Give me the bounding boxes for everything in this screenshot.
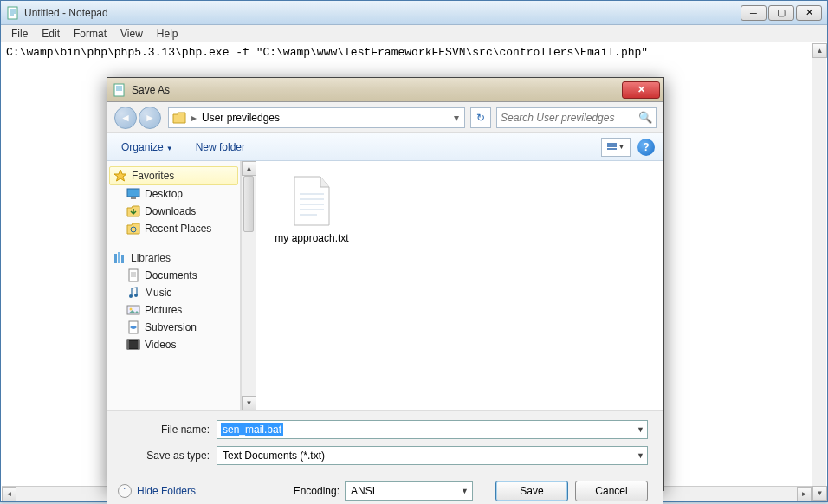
svg-rect-14: [121, 255, 124, 263]
organize-button[interactable]: Organize▼: [116, 139, 178, 156]
encoding-label: Encoding:: [294, 485, 340, 497]
menu-file[interactable]: File: [4, 26, 35, 42]
scroll-right-icon[interactable]: ►: [797, 487, 812, 501]
search-input[interactable]: [501, 112, 638, 124]
documents-icon: [126, 268, 140, 282]
hide-folders-button[interactable]: ˄ Hide Folders: [118, 484, 196, 498]
search-box[interactable]: 🔍: [496, 107, 657, 128]
svg-point-19: [129, 294, 133, 298]
scroll-left-icon[interactable]: ◄: [2, 487, 16, 501]
save-button[interactable]: Save: [495, 481, 568, 501]
dropdown-icon[interactable]: ▼: [461, 487, 469, 495]
notepad-menubar: File Edit Format View Help: [1, 25, 827, 42]
subversion-icon: [126, 320, 140, 334]
nav-scrollbar[interactable]: ▲ ▼: [241, 161, 256, 410]
maximize-button[interactable]: ▢: [768, 5, 794, 21]
downloads-icon: [126, 204, 140, 218]
nav-item-documents[interactable]: Documents: [109, 267, 238, 284]
nav-favorites-label: Favorites: [132, 170, 174, 182]
scroll-down-icon[interactable]: ▼: [242, 396, 256, 410]
scroll-down-icon[interactable]: ▼: [812, 486, 827, 501]
file-name: my approach.txt: [273, 232, 351, 244]
chevron-right-icon[interactable]: ▸: [190, 112, 198, 124]
saveas-dialog: Save As ✕ ◄ ► ▸ User previledges ▾ ↻ 🔍 O…: [107, 77, 664, 491]
breadcrumb-dropdown-icon[interactable]: ▾: [452, 112, 461, 124]
saveas-app-icon: [113, 83, 126, 97]
nav-item-pictures[interactable]: Pictures: [109, 301, 238, 319]
encoding-select[interactable]: ANSI ▼: [345, 481, 473, 501]
saveas-title: Save As: [132, 84, 622, 96]
notepad-textarea[interactable]: C:\wamp\bin\php\php5.3.13\php.exe -f "C:…: [1, 42, 827, 62]
svg-rect-13: [118, 252, 120, 263]
svg-rect-9: [127, 189, 139, 197]
menu-edit[interactable]: Edit: [35, 26, 67, 42]
nav-libraries-label: Libraries: [131, 252, 171, 264]
menu-format[interactable]: Format: [67, 26, 113, 42]
file-list[interactable]: my approach.txt: [256, 161, 663, 410]
scroll-up-icon[interactable]: ▲: [812, 43, 827, 58]
text-file-icon: [284, 173, 340, 229]
notepad-app-icon: [6, 6, 20, 20]
menu-help[interactable]: Help: [150, 26, 185, 42]
videos-icon: [126, 338, 140, 352]
nav-item-recent[interactable]: Recent Places: [109, 220, 238, 237]
nav-item-downloads[interactable]: Downloads: [109, 203, 238, 220]
scrollbar-thumb[interactable]: [243, 176, 254, 232]
pictures-icon: [126, 303, 140, 317]
nav-item-desktop[interactable]: Desktop: [109, 185, 238, 203]
filename-input[interactable]: sen_mail.bat ▼: [217, 420, 648, 439]
svg-rect-24: [127, 340, 139, 349]
nav-back-button[interactable]: ◄: [114, 107, 137, 129]
dialog-body: Favorites Desktop Downloads Recent Place…: [107, 161, 663, 410]
save-fields: File name: sen_mail.bat ▼ Save as type: …: [107, 410, 663, 465]
svg-rect-25: [127, 340, 129, 349]
chevron-down-icon: ▼: [166, 145, 173, 152]
nav-pane: Favorites Desktop Downloads Recent Place…: [107, 161, 241, 410]
star-icon: [113, 169, 127, 183]
svg-rect-10: [131, 197, 136, 199]
svg-point-22: [130, 308, 133, 311]
scroll-up-icon[interactable]: ▲: [242, 161, 256, 176]
breadcrumb-location[interactable]: User previledges: [202, 112, 280, 124]
dialog-footer: ˄ Hide Folders Encoding: ANSI ▼ Save Can…: [107, 472, 663, 504]
notepad-title: Untitled - Notepad: [24, 7, 739, 19]
view-options-button[interactable]: ▼: [601, 138, 631, 157]
nav-forward-button[interactable]: ►: [139, 107, 161, 129]
nav-libraries-header[interactable]: Libraries: [109, 249, 238, 267]
cancel-button[interactable]: Cancel: [575, 481, 648, 501]
new-folder-button[interactable]: New folder: [191, 139, 250, 156]
file-item[interactable]: my approach.txt: [273, 173, 351, 244]
chevron-down-icon: ▼: [618, 143, 625, 151]
dropdown-icon[interactable]: ▼: [637, 425, 644, 434]
encoding-value: ANSI: [351, 485, 375, 497]
vertical-scrollbar[interactable]: ▲ ▼: [812, 43, 826, 501]
savetype-select[interactable]: Text Documents (*.txt) ▼: [217, 446, 648, 465]
minimize-button[interactable]: ─: [741, 5, 767, 21]
libraries-icon: [113, 251, 126, 265]
views-icon: [607, 143, 617, 152]
recent-icon: [126, 222, 140, 236]
nav-item-music[interactable]: Music: [109, 284, 238, 301]
refresh-button[interactable]: ↻: [470, 107, 491, 128]
menu-view[interactable]: View: [113, 26, 150, 42]
savetype-value: Text Documents (*.txt): [221, 449, 327, 462]
breadcrumb[interactable]: ▸ User previledges ▾: [168, 107, 465, 128]
filename-label: File name:: [123, 423, 217, 436]
savetype-label: Save as type:: [123, 449, 217, 462]
close-button[interactable]: ✕: [796, 5, 822, 21]
nav-item-subversion[interactable]: Subversion: [109, 319, 238, 336]
svg-rect-15: [129, 269, 138, 281]
help-button[interactable]: ?: [637, 139, 655, 156]
search-icon[interactable]: 🔍: [638, 111, 652, 124]
desktop-icon: [126, 187, 140, 201]
saveas-close-button[interactable]: ✕: [622, 81, 660, 99]
svg-point-20: [134, 294, 138, 297]
window-controls: ─ ▢ ✕: [739, 5, 822, 21]
nav-favorites-header[interactable]: Favorites: [109, 166, 238, 185]
dropdown-icon[interactable]: ▼: [637, 451, 644, 460]
saveas-titlebar[interactable]: Save As ✕: [107, 78, 663, 102]
filename-value: sen_mail.bat: [221, 423, 283, 436]
folder-icon: [172, 111, 186, 125]
notepad-titlebar[interactable]: Untitled - Notepad ─ ▢ ✕: [1, 1, 827, 25]
nav-item-videos[interactable]: Videos: [109, 336, 238, 353]
